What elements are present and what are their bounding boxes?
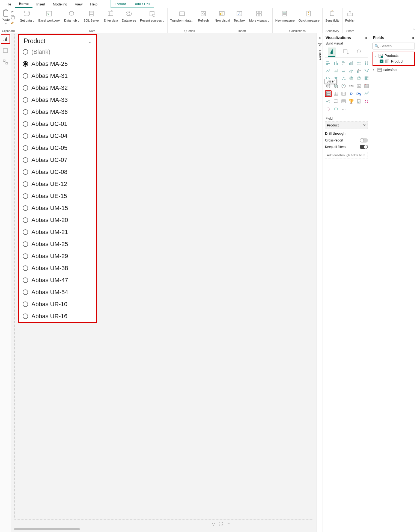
slicer-item[interactable]: Abbas UM-25 bbox=[23, 238, 94, 250]
slicer-item[interactable]: Abbas UM-15 bbox=[23, 202, 94, 214]
slicer-item[interactable]: Abbas UM-47 bbox=[23, 274, 94, 286]
tab-view[interactable]: View bbox=[71, 1, 86, 8]
paginated-report-icon[interactable] bbox=[356, 98, 362, 105]
radio-icon[interactable] bbox=[23, 181, 28, 187]
slicer-item[interactable]: Abbas UM-29 bbox=[23, 250, 94, 262]
analytics-tab[interactable] bbox=[355, 48, 363, 56]
smart-narrative-icon[interactable] bbox=[340, 98, 347, 105]
data-view-button[interactable] bbox=[1, 46, 10, 55]
power-automate-icon[interactable] bbox=[325, 106, 332, 112]
gauge-icon[interactable]: 123 bbox=[348, 83, 355, 89]
new-measure-button[interactable]: New measure bbox=[274, 9, 296, 23]
slicer-item[interactable]: Abbas UE-15 bbox=[23, 190, 94, 202]
slicer-item[interactable]: Abbas UC-05 bbox=[23, 142, 94, 154]
radio-icon[interactable] bbox=[23, 253, 28, 259]
radio-icon[interactable] bbox=[23, 121, 28, 127]
ribbon-collapse-button[interactable]: ⌃ bbox=[412, 28, 415, 32]
focus-mode-icon[interactable]: ⛶ bbox=[219, 522, 223, 526]
slicer-item[interactable]: (Blank) bbox=[23, 46, 94, 58]
build-visual-tab[interactable] bbox=[328, 48, 336, 56]
radio-icon[interactable] bbox=[23, 109, 28, 115]
tab-data-drill[interactable]: Data / Drill bbox=[130, 0, 154, 7]
slicer-item[interactable]: Abbas UM-20 bbox=[23, 214, 94, 226]
radio-icon[interactable] bbox=[23, 205, 28, 211]
donut-icon[interactable] bbox=[356, 75, 362, 82]
refresh-button[interactable]: Refresh bbox=[197, 9, 210, 23]
arcgis-icon[interactable] bbox=[333, 106, 339, 112]
more-visuals-ellipsis[interactable]: ⋯ bbox=[340, 106, 347, 112]
copy-icon[interactable] bbox=[11, 15, 15, 19]
slicer-item[interactable]: Abbas UM-54 bbox=[23, 286, 94, 298]
slicer-item[interactable]: Abbas UC-01 bbox=[23, 118, 94, 130]
radio-icon[interactable] bbox=[23, 229, 28, 235]
format-visual-tab[interactable] bbox=[341, 48, 350, 56]
slicer-list[interactable]: (Blank)Abbas MA-25Abbas MA-31Abbas MA-32… bbox=[19, 46, 96, 322]
sensitivity-button[interactable]: Sensitivity⌄ bbox=[324, 9, 341, 26]
area-chart-icon[interactable] bbox=[333, 67, 339, 74]
recent-sources-button[interactable]: Recent sources⌄ bbox=[139, 9, 166, 23]
key-influencers-icon[interactable] bbox=[363, 90, 370, 97]
slicer-item[interactable]: Abbas MA-33 bbox=[23, 94, 94, 106]
radio-icon[interactable] bbox=[23, 265, 28, 271]
expand-filters-icon[interactable]: « bbox=[319, 36, 321, 40]
radio-icon[interactable] bbox=[23, 49, 28, 55]
slicer-item[interactable]: Abbas UC-07 bbox=[23, 154, 94, 166]
product-slicer-visual[interactable]: Product ⌄ (Blank)Abbas MA-25Abbas MA-31A… bbox=[18, 34, 97, 323]
column-product-row[interactable]: ✓ Product bbox=[374, 58, 414, 64]
slicer-item[interactable]: Abbas UM-21 bbox=[23, 226, 94, 238]
product-checkbox[interactable]: ✓ bbox=[380, 60, 383, 63]
horizontal-scrollbar[interactable] bbox=[14, 528, 80, 530]
radio-icon[interactable] bbox=[23, 145, 28, 151]
slicer-visual-icon[interactable] bbox=[325, 90, 332, 97]
radio-icon[interactable] bbox=[23, 241, 28, 247]
collapse-visualizations-icon[interactable]: » bbox=[365, 36, 367, 40]
format-painter-icon[interactable]: 🖌 bbox=[11, 20, 15, 25]
radio-icon[interactable] bbox=[23, 277, 28, 283]
tab-modeling[interactable]: Modeling bbox=[49, 1, 71, 8]
cross-report-toggle[interactable]: Off bbox=[360, 138, 368, 143]
radio-icon[interactable] bbox=[23, 157, 28, 163]
new-visual-button[interactable]: New visual bbox=[214, 9, 231, 23]
slicer-item[interactable]: Abbas UR-16 bbox=[23, 310, 94, 322]
tab-file[interactable]: File bbox=[2, 1, 15, 8]
slicer-item[interactable]: Abbas UM-38 bbox=[23, 262, 94, 274]
collapse-fields-icon[interactable]: » bbox=[412, 36, 414, 40]
chevron-down-icon[interactable]: ⌄ bbox=[360, 124, 362, 127]
fields-search-input[interactable]: 🔍 Search bbox=[373, 43, 415, 49]
r-visual-icon[interactable]: R bbox=[348, 90, 355, 97]
treemap-icon[interactable] bbox=[363, 75, 370, 82]
tab-help[interactable]: Help bbox=[86, 1, 101, 8]
radio-icon[interactable] bbox=[23, 314, 28, 319]
tab-home[interactable]: Home bbox=[15, 0, 32, 8]
quick-measure-button[interactable]: Quick measure bbox=[297, 9, 321, 23]
stacked-area-icon[interactable] bbox=[340, 67, 347, 74]
slicer-item[interactable]: Abbas MA-25 bbox=[23, 58, 94, 70]
radio-icon[interactable] bbox=[23, 302, 28, 307]
card-icon[interactable] bbox=[356, 83, 362, 89]
cut-icon[interactable]: ✂ bbox=[11, 9, 15, 14]
100-stacked-column-icon[interactable] bbox=[363, 60, 370, 66]
dataverse-button[interactable]: Dataverse bbox=[121, 9, 137, 23]
stacked-bar-icon[interactable] bbox=[325, 60, 332, 66]
get-data-button[interactable]: Get data⌄ bbox=[19, 9, 35, 23]
paste-button[interactable]: Paste ⌄ bbox=[2, 9, 10, 25]
power-apps-icon[interactable] bbox=[363, 98, 370, 105]
multi-row-card-icon[interactable]: A bbox=[363, 83, 370, 89]
transform-data-button[interactable]: Transform data⌄ bbox=[169, 9, 195, 23]
tab-insert[interactable]: Insert bbox=[32, 1, 49, 8]
scatter-icon[interactable] bbox=[340, 75, 347, 82]
report-canvas[interactable]: Product ⌄ (Blank)Abbas MA-25Abbas MA-31A… bbox=[11, 33, 317, 532]
clustered-column-icon[interactable] bbox=[348, 60, 355, 66]
radio-icon[interactable] bbox=[23, 289, 28, 295]
radio-icon[interactable] bbox=[23, 169, 28, 175]
slicer-item[interactable]: Abbas MA-36 bbox=[23, 106, 94, 118]
report-view-button[interactable] bbox=[1, 34, 10, 44]
line-chart-icon[interactable] bbox=[325, 67, 332, 74]
radio-icon[interactable] bbox=[23, 133, 28, 139]
data-hub-button[interactable]: Data hub⌄ bbox=[63, 9, 81, 23]
slicer-item[interactable]: Abbas MA-32 bbox=[23, 82, 94, 94]
line-stacked-column-icon[interactable] bbox=[348, 67, 355, 74]
qa-visual-icon[interactable] bbox=[333, 98, 339, 105]
slicer-item[interactable]: Abbas UR-10 bbox=[23, 298, 94, 310]
ribbon-chart-icon[interactable] bbox=[363, 67, 370, 74]
